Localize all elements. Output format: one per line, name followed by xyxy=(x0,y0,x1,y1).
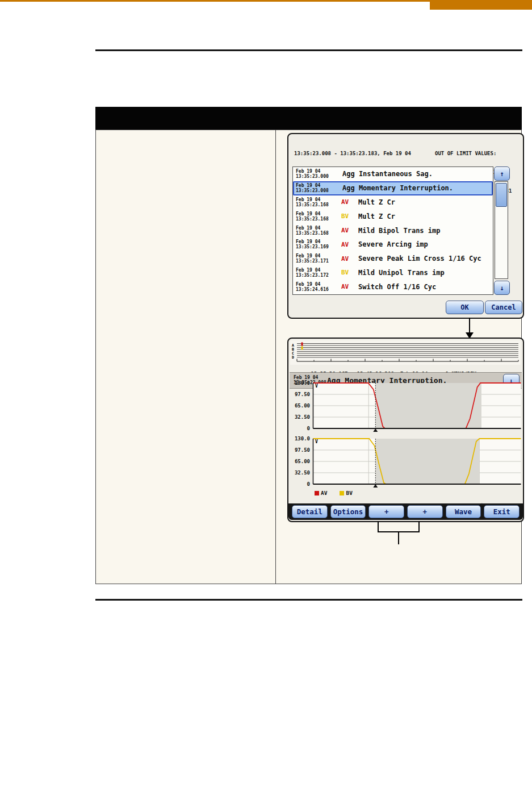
event-duration-shade xyxy=(375,383,481,428)
waveform-plot-bv: V xyxy=(312,438,522,488)
y-tick-label: 130.0 xyxy=(295,436,310,442)
limits-title: OUT OF LIMIT VALUES: xyxy=(435,151,520,157)
event-row[interactable]: Feb 19 0413:35:23.171AVSevere Peak Lim C… xyxy=(293,252,493,266)
y-tick-label: 65.00 xyxy=(295,459,310,464)
page-top-accent-block xyxy=(430,0,532,10)
event-timestamp: Feb 19 0413:35:23.168 xyxy=(293,211,340,222)
channel-tag: BV xyxy=(341,269,358,276)
scroll-down-button[interactable]: ↓ xyxy=(494,281,510,295)
softkey-options-button[interactable]: Options xyxy=(330,505,366,518)
event-timestamp: Feb 19 0413:35:23.168 xyxy=(293,197,340,207)
unit-label: V xyxy=(315,384,318,389)
softkey-detail-button[interactable]: Detail xyxy=(292,505,328,518)
cancel-button-label: Cancel xyxy=(491,303,516,311)
event-row[interactable]: Feb 19 0413:35:24.616AVSwitch Off 1/16 C… xyxy=(293,280,493,294)
waveform-chart-bv: 130.097.5065.0032.500 V xyxy=(290,438,522,488)
event-row[interactable]: Feb 19 0413:35:23.000Agg Instantaneous S… xyxy=(293,167,493,181)
event-row[interactable]: Feb 19 0413:35:23.168BVMult Z Cr xyxy=(293,209,493,223)
event-list: Feb 19 0413:35:23.000Agg Instantaneous S… xyxy=(292,166,493,295)
scroll-up-button[interactable]: ↑ xyxy=(494,166,510,181)
event-name: Mult Z Cr xyxy=(358,198,395,206)
cancel-button[interactable]: Cancel xyxy=(485,301,522,314)
table-column-divider xyxy=(275,130,276,584)
channel-tag: AV xyxy=(341,283,358,290)
event-name: Severe Arcing imp xyxy=(358,240,428,248)
event-name: Mild Bipol Trans imp xyxy=(358,227,441,235)
legend-item: AV xyxy=(315,490,327,496)
event-name: Agg Momentary Interruption. xyxy=(342,184,453,192)
legend-swatch xyxy=(315,491,319,495)
event-name: Switch Off 1/16 Cyc xyxy=(358,283,436,291)
arrow-down-icon: ↓ xyxy=(500,284,504,292)
callout-bracket-right xyxy=(418,521,420,532)
y-axis-labels: 130.097.5065.0032.500 xyxy=(290,438,311,485)
y-axis-labels: 130.097.5065.0032.500 xyxy=(290,382,311,430)
y-tick-label: 32.50 xyxy=(295,414,310,420)
y-tick-label: 0 xyxy=(307,481,310,487)
softkey-wave-button[interactable]: Wave xyxy=(446,505,481,518)
waveform-chart-av: 130.097.5065.0032.500 V xyxy=(290,382,522,432)
event-row[interactable]: Feb 19 0413:35:23.008Agg Momentary Inter… xyxy=(293,181,493,195)
legend-label: BV xyxy=(346,490,352,496)
manual-page: 13:35:23.008 - 13:35:23.183, Feb 19 04 C… xyxy=(0,0,532,808)
event-name: Mild Unipol Trans imp xyxy=(358,269,445,277)
y-tick-label: 130.0 xyxy=(295,380,310,386)
y-tick-label: 65.00 xyxy=(295,403,310,409)
event-list-scrollbar[interactable]: ↑ ↓ xyxy=(494,166,509,294)
softkey-pan-button[interactable]: + xyxy=(407,505,443,518)
event-dialog-screenshot: 13:35:23.008 - 13:35:23.183, Feb 19 04 C… xyxy=(287,133,524,319)
legend-label: AV xyxy=(321,490,327,496)
event-dialog-header: 13:35:23.008 - 13:35:23.183, Feb 19 04 C… xyxy=(294,138,520,163)
channel-tag: AV xyxy=(341,227,358,234)
callout-bracket-stem xyxy=(398,532,399,544)
strip-event-marker xyxy=(301,347,303,350)
event-row[interactable]: Feb 19 0413:35:23.172BVMild Unipol Trans… xyxy=(293,266,493,280)
legend-swatch xyxy=(340,491,344,495)
y-tick-label: 97.50 xyxy=(295,447,310,453)
event-timestamp: Feb 19 0413:35:23.169 xyxy=(293,239,340,249)
header-rule xyxy=(95,49,522,51)
event-duration-shade xyxy=(375,439,479,484)
event-timestamp: Feb 19 0413:35:23.171 xyxy=(293,253,340,264)
event-timestamp: Feb 19 0413:35:23.168 xyxy=(293,226,340,236)
y-tick-label: 97.50 xyxy=(295,391,310,397)
ok-button[interactable]: OK xyxy=(446,301,484,314)
arrow-up-icon: ↑ xyxy=(500,170,504,178)
scrollbar-thumb[interactable] xyxy=(496,183,507,207)
event-name: Severe Peak Lim Cross 1/16 Cyc xyxy=(358,255,481,263)
scrollbar-track[interactable] xyxy=(495,181,508,279)
callout-bracket-left xyxy=(378,521,379,532)
softkey-button-bar: DetailOptions++WaveExit xyxy=(288,503,523,520)
event-name: Mult Z Cr xyxy=(358,213,395,220)
event-time-range: 13:35:23.008 - 13:35:23.183, Feb 19 04 xyxy=(294,151,434,157)
event-name: Agg Instantaneous Sag. xyxy=(342,170,433,178)
strip-event-marker xyxy=(301,343,303,346)
waveform-screenshot: ABCD 13:35:20.067 - 13:42:16.208, Feb 19… xyxy=(287,338,524,522)
footer-rule xyxy=(95,599,522,601)
table-header-bar xyxy=(95,107,522,130)
strip-channel-label: D xyxy=(292,355,294,360)
channel-tag: AV xyxy=(341,255,358,263)
event-timestamp: Feb 19 0413:35:23.000 xyxy=(293,169,340,179)
channel-tag: BV xyxy=(341,213,358,220)
channel-tag: AV xyxy=(341,241,358,248)
event-row[interactable]: Feb 19 0413:35:23.168AVMult Z Cr xyxy=(293,195,493,210)
event-timestamp: Feb 19 0413:35:23.008 xyxy=(293,183,340,193)
waveform-legend: AVBV xyxy=(315,490,353,496)
legend-item: BV xyxy=(340,490,352,496)
event-timestamp: Feb 19 0413:35:23.172 xyxy=(293,268,340,278)
waveform-plot-av: V xyxy=(312,382,522,432)
event-row[interactable]: Feb 19 0413:35:23.169AVSevere Arcing imp xyxy=(293,238,493,252)
softkey-exit-button[interactable]: Exit xyxy=(484,505,520,518)
channel-tag: AV xyxy=(341,198,358,206)
event-row[interactable]: Feb 19 0413:35:23.168AVMild Bipol Trans … xyxy=(293,223,493,238)
softkey-pan-button[interactable]: + xyxy=(368,505,404,518)
unit-label: V xyxy=(315,439,318,444)
channel-timeline-strip: ABCD xyxy=(290,340,521,365)
ok-button-label: OK xyxy=(460,303,468,311)
y-tick-label: 0 xyxy=(307,426,310,431)
callout-arrow-line xyxy=(469,318,470,334)
event-timestamp: Feb 19 0413:35:24.616 xyxy=(293,282,340,292)
y-tick-label: 32.50 xyxy=(295,470,310,476)
